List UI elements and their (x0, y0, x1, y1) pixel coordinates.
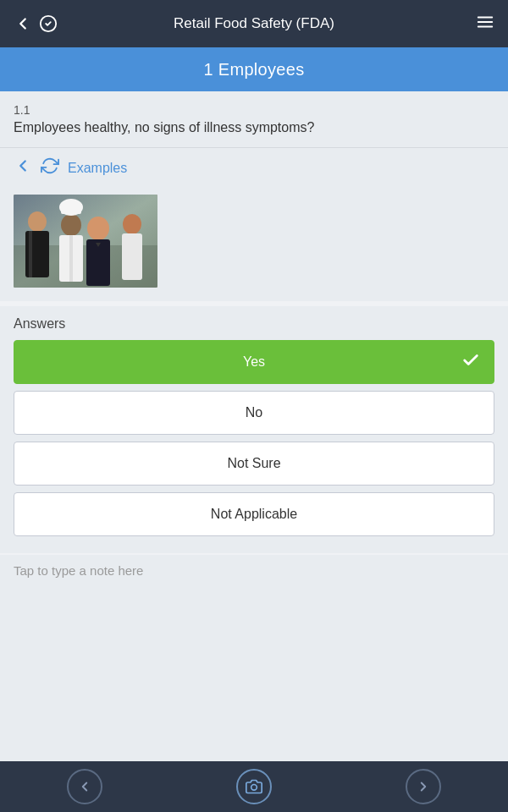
answer-yes-button[interactable]: Yes (14, 340, 494, 384)
svg-rect-19 (122, 233, 142, 280)
top-navigation: Retail Food Safety (FDA) (0, 0, 508, 47)
menu-icon[interactable] (476, 13, 494, 36)
svg-rect-14 (69, 235, 73, 282)
refresh-icon[interactable] (41, 156, 59, 179)
prev-button[interactable] (67, 769, 102, 804)
next-button[interactable] (406, 769, 441, 804)
answer-not-sure-button[interactable]: Not Sure (14, 442, 494, 486)
svg-point-12 (59, 199, 83, 216)
answer-not-sure-label: Not Sure (227, 456, 280, 471)
section-header: 1 Employees (0, 47, 508, 91)
page-title: Retail Food Safety (FDA) (174, 15, 334, 32)
svg-point-15 (87, 217, 109, 240)
examples-back-arrow[interactable] (14, 156, 32, 179)
employee-image (14, 195, 157, 288)
svg-point-10 (61, 214, 81, 236)
answer-not-applicable-label: Not Applicable (211, 507, 297, 522)
answers-section: Answers Yes No Not Sure Not Applicable (0, 306, 508, 553)
question-text: Employees healthy, no signs of illness s… (14, 120, 494, 135)
note-placeholder: Tap to type a note here (14, 563, 143, 578)
svg-point-20 (251, 785, 257, 791)
svg-rect-9 (29, 231, 32, 277)
note-area[interactable]: Tap to type a note here (0, 555, 508, 761)
answer-yes-label: Yes (243, 354, 265, 370)
svg-point-7 (28, 211, 47, 232)
answer-no-button[interactable]: No (14, 391, 494, 435)
camera-button[interactable] (236, 769, 272, 804)
examples-link[interactable]: Examples (68, 161, 127, 176)
svg-point-18 (123, 214, 141, 234)
answer-no-label: No (246, 405, 262, 420)
yes-checkmark-icon (461, 351, 480, 374)
bottom-navigation (0, 761, 508, 812)
answer-not-applicable-button[interactable]: Not Applicable (14, 492, 494, 536)
back-icon[interactable] (14, 14, 32, 33)
examples-row: Examples (0, 147, 508, 188)
check-circle-icon[interactable] (39, 14, 58, 33)
answers-label: Answers (14, 316, 494, 332)
question-area: 1.1 Employees healthy, no signs of illne… (0, 91, 508, 147)
nav-left-group (14, 14, 58, 33)
image-container (0, 188, 508, 301)
question-number: 1.1 (14, 103, 494, 117)
section-title: 1 Employees (204, 60, 305, 80)
